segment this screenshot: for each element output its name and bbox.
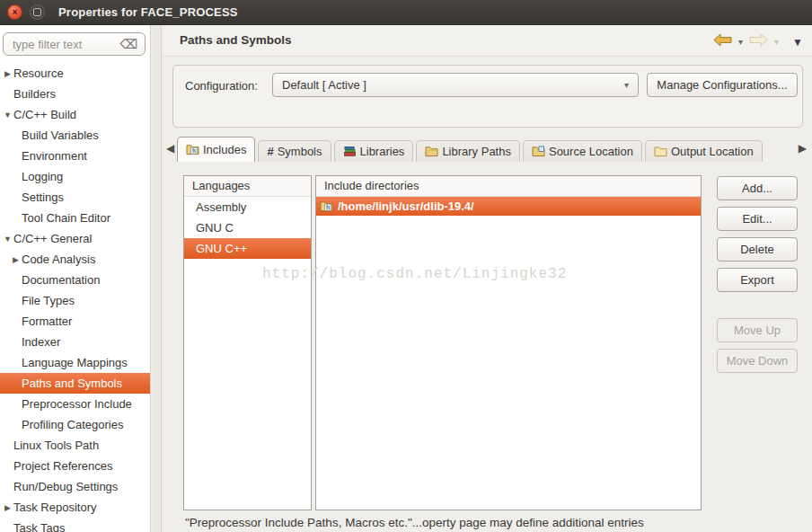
forward-arrow-icon[interactable] <box>749 33 768 50</box>
language-item-gnu-c-[interactable]: GNU C++ <box>184 238 311 259</box>
page-title: Paths and Symbols <box>180 33 292 47</box>
sidebar-item-project-references[interactable]: Project References <box>0 456 150 476</box>
tab-label: Source Location <box>549 145 633 158</box>
tab-output-location[interactable]: Output Location <box>645 140 763 162</box>
properties-dialog: × Properties for FACE_PROCESS ⌫ ▶Resourc… <box>0 0 812 532</box>
sidebar-item-builders[interactable]: Builders <box>0 84 150 104</box>
sidebar-item-label: Logging <box>22 170 63 183</box>
tab-symbols[interactable]: #Symbols <box>258 140 331 162</box>
hash-icon: # <box>267 145 273 158</box>
forward-history-caret-icon[interactable]: ▾ <box>774 38 779 47</box>
sidebar-scrollbar[interactable] <box>152 25 162 532</box>
sidebar-item-label: Builders <box>13 87 56 101</box>
sidebar-item-label: Resource <box>13 66 64 80</box>
sidebar-item-label: Environment <box>22 149 87 163</box>
sidebar-item-settings[interactable]: Settings <box>0 187 150 208</box>
sidebar-item-environment[interactable]: Environment <box>0 146 150 166</box>
move-down-button: Move Down <box>717 349 798 373</box>
sidebar-item-label: Build Variables <box>22 129 99 142</box>
sidebar-item-label: File Types <box>22 294 75 307</box>
edit--button[interactable]: Edit... <box>717 207 798 231</box>
tree-expanded-icon[interactable]: ▼ <box>2 111 13 120</box>
sidebar-item-paths-and-symbols[interactable]: Paths and Symbols <box>0 373 150 394</box>
sidebar-item-file-types[interactable]: File Types <box>0 290 150 311</box>
back-history-caret-icon[interactable]: ▾ <box>738 38 743 47</box>
add--button[interactable]: Add... <box>717 176 798 200</box>
folder-h-icon: h <box>186 144 199 155</box>
sidebar-item-resource[interactable]: ▶Resource <box>0 63 150 84</box>
tab-scroll-right-icon[interactable]: ▶ <box>799 143 807 154</box>
filter-input[interactable] <box>11 37 119 52</box>
main-panel: Paths and Symbols ▾ ▾ ▼ Configuration: D… <box>163 25 812 532</box>
delete-button[interactable]: Delete <box>717 237 798 262</box>
tree-collapsed-icon[interactable]: ▶ <box>2 503 13 512</box>
tab-includes[interactable]: hIncludes <box>177 137 255 162</box>
sidebar-item-tool-chain-editor[interactable]: Tool Chain Editor <box>0 208 150 228</box>
sidebar-item-c-c-general[interactable]: ▼C/C++ General <box>0 228 150 249</box>
sidebar-item-code-analysis[interactable]: ▶Code Analysis <box>0 249 150 270</box>
sidebar-item-preprocessor-include[interactable]: Preprocessor Include <box>0 394 150 414</box>
language-item-gnu-c[interactable]: GNU C <box>184 217 311 238</box>
folder-icon <box>425 146 438 157</box>
filter-box: ⌫ <box>3 32 146 56</box>
tab-label: Includes <box>203 143 246 156</box>
svg-text:h: h <box>326 204 330 210</box>
tab-source-location[interactable]: Source Location <box>523 140 642 162</box>
sidebar-item-label: Profiling Categories <box>22 418 123 431</box>
sidebar-item-label: Linux Tools Path <box>13 439 99 452</box>
move-up-button: Move Up <box>717 318 798 342</box>
include-directory-path: /home/linjk/usr/dlib-19.4/ <box>338 200 474 213</box>
tab-label: Library Paths <box>442 145 511 158</box>
sidebar-item-build-variables[interactable]: Build Variables <box>0 125 150 146</box>
include-directory-item[interactable]: h/home/linjk/usr/dlib-19.4/ <box>316 197 701 216</box>
manage-configurations-button[interactable]: Manage Configurations... <box>647 73 798 97</box>
sidebar-item-label: Formatter <box>22 315 72 328</box>
tree-collapsed-icon[interactable]: ▶ <box>2 69 13 78</box>
header-nav: ▾ ▾ ▼ <box>713 33 803 50</box>
folder-h-icon: h <box>320 200 333 212</box>
sidebar-item-label: C/C++ General <box>13 232 92 245</box>
tree-collapsed-icon[interactable]: ▶ <box>10 255 22 264</box>
back-arrow-icon[interactable] <box>713 33 732 50</box>
sidebar-item-label: Preprocessor Include <box>22 397 132 411</box>
sidebar-item-label: Code Analysis <box>22 253 95 266</box>
sidebar: ⌫ ▶ResourceBuilders▼C/C++ BuildBuild Var… <box>0 25 151 532</box>
sidebar-item-c-c-build[interactable]: ▼C/C++ Build <box>0 104 150 125</box>
include-directories-header: Include directories <box>316 176 701 197</box>
sidebar-item-label: Settings <box>22 191 64 204</box>
sidebar-item-formatter[interactable]: Formatter <box>0 311 150 332</box>
sidebar-item-indexer[interactable]: Indexer <box>0 332 150 352</box>
sidebar-item-label: Run/Debug Settings <box>13 480 118 493</box>
close-icon[interactable]: × <box>7 4 22 20</box>
page-header: Paths and Symbols ▾ ▾ ▼ <box>163 25 812 57</box>
sidebar-item-documentation[interactable]: Documentation <box>0 270 150 290</box>
sidebar-item-task-tags[interactable]: Task Tags <box>0 518 150 532</box>
languages-panel: Languages AssemblyGNU CGNU C++ <box>183 175 312 510</box>
maximize-icon[interactable] <box>30 4 45 20</box>
tab-label: Libraries <box>360 145 405 158</box>
chevron-down-icon: ▾ <box>624 81 629 90</box>
sidebar-item-linux-tools-path[interactable]: Linux Tools Path <box>0 435 150 456</box>
sidebar-item-language-mappings[interactable]: Language Mappings <box>0 352 150 373</box>
action-buttons: Add...Edit...DeleteExportMove UpMove Dow… <box>717 176 798 379</box>
languages-header: Languages <box>184 176 311 197</box>
sidebar-item-run-debug-settings[interactable]: Run/Debug Settings <box>0 476 150 497</box>
tab-libraries[interactable]: Libraries <box>334 140 414 162</box>
sidebar-item-profiling-categories[interactable]: Profiling Categories <box>0 414 150 435</box>
clear-filter-icon[interactable]: ⌫ <box>119 37 137 51</box>
include-directories-panel: Include directories h/home/linjk/usr/dli… <box>315 175 702 510</box>
sidebar-item-task-repository[interactable]: ▶Task Repository <box>0 497 150 518</box>
tab-scroll-left-icon[interactable]: ◀ <box>166 143 174 154</box>
footer-note: "Preprocessor Include Paths, Macros etc.… <box>185 516 644 529</box>
view-menu-icon[interactable]: ▼ <box>792 36 803 49</box>
export-button[interactable]: Export <box>717 268 798 292</box>
configuration-select[interactable]: Default [ Active ] ▾ <box>272 73 639 97</box>
tree-expanded-icon[interactable]: ▼ <box>2 235 13 244</box>
tab-library-paths[interactable]: Library Paths <box>416 140 520 162</box>
sidebar-item-label: Indexer <box>22 335 60 349</box>
sidebar-item-label: Tool Chain Editor <box>22 211 110 225</box>
sidebar-item-label: C/C++ Build <box>13 108 76 121</box>
language-item-assembly[interactable]: Assembly <box>184 197 311 217</box>
sidebar-item-label: Project References <box>13 459 113 473</box>
sidebar-item-logging[interactable]: Logging <box>0 166 150 187</box>
